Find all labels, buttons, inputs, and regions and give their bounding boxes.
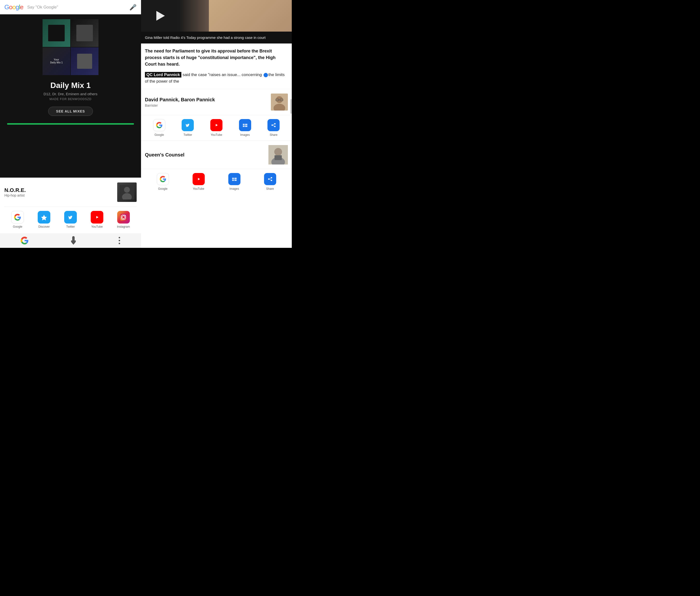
play-button-overlay[interactable] xyxy=(154,10,167,22)
album-grid[interactable]: YourDaily Mix 1 xyxy=(43,19,98,75)
left-panel: Google Say "Ok Google" 🎤 YourDaily Mix 1 xyxy=(0,0,141,248)
bottom-share-svg xyxy=(267,176,273,182)
video-thumbnail[interactable] xyxy=(141,0,292,32)
qc-avatar xyxy=(269,145,288,164)
article-main-text: The need for Parliament to give its appr… xyxy=(145,48,288,68)
svg-rect-24 xyxy=(243,124,244,125)
bottom-images-icon xyxy=(228,173,241,185)
svg-point-13 xyxy=(119,243,120,244)
highlighted-name: QC Lord Pannick xyxy=(145,72,181,78)
nav-google-icon xyxy=(21,237,28,244)
svg-rect-27 xyxy=(245,126,247,127)
search-bar[interactable]: Google Say "Ok Google" 🎤 xyxy=(0,0,141,14)
action-google-label: Google xyxy=(154,133,164,136)
action-row-1: Google Twitter YouTube xyxy=(141,115,292,141)
app-icon-instagram[interactable]: Instagram xyxy=(110,211,136,228)
svg-point-30 xyxy=(274,126,276,127)
svg-rect-37 xyxy=(275,155,282,160)
qc-title: Queen's Counsel xyxy=(145,152,184,158)
app-icon-youtube[interactable]: YouTube xyxy=(84,211,110,228)
nav-more[interactable] xyxy=(118,237,120,244)
bottom-action-images[interactable]: Images xyxy=(228,173,241,190)
action-twitter[interactable]: Twitter xyxy=(182,119,194,136)
app-icons-row: Google Discover Twitte xyxy=(4,211,136,228)
article-quote: QC Lord Pannick said the case "raises an… xyxy=(145,72,288,84)
app-icon-twitter[interactable]: Twitter xyxy=(57,211,84,228)
svg-point-15 xyxy=(276,96,283,103)
person-name: David Pannick, Baron Pannick xyxy=(145,97,215,103)
instagram-label: Instagram xyxy=(117,225,130,228)
action-images-label: Images xyxy=(240,133,250,136)
svg-point-1 xyxy=(124,187,130,193)
bottom-youtube-icon xyxy=(193,173,205,185)
youtube-icon-circle xyxy=(91,211,103,224)
action-share[interactable]: Share xyxy=(268,119,280,136)
svg-rect-28 xyxy=(270,122,277,128)
nav-touch-icon xyxy=(70,236,77,245)
svg-point-11 xyxy=(119,237,120,238)
person-card: David Pannick, Baron Pannick Barrister xyxy=(141,89,292,115)
discover-icon xyxy=(41,214,47,221)
google-icon xyxy=(14,214,21,221)
google-logo: Google xyxy=(4,3,23,11)
action-images-icon xyxy=(239,119,251,131)
action-images[interactable]: Images xyxy=(239,119,251,136)
app-icon-google[interactable]: Google xyxy=(4,211,31,228)
google-icon-circle xyxy=(11,211,24,224)
bottom-action-row: Google YouTube Images xyxy=(141,169,292,195)
youtube-icon xyxy=(94,214,100,221)
app-icon-discover[interactable]: Discover xyxy=(31,211,57,228)
action-google[interactable]: Google xyxy=(153,119,165,136)
discover-label: Discover xyxy=(39,225,50,228)
nav-touch[interactable] xyxy=(70,236,77,245)
artist-avatar-img xyxy=(117,182,136,202)
images-action-icon xyxy=(242,122,248,128)
youtube-action-icon xyxy=(213,122,220,128)
svg-point-47 xyxy=(271,180,272,181)
svg-point-31 xyxy=(272,125,273,126)
see-all-mixes-button[interactable]: SEE ALL MIXES xyxy=(48,107,93,116)
person-role: Barrister xyxy=(145,104,215,107)
video-caption-text: Gina Miller told Radio 4's Today program… xyxy=(145,35,266,40)
article-continued-text: said the case "raises an issue... concer… xyxy=(181,72,263,77)
action-youtube-icon xyxy=(210,119,223,131)
bottom-action-google[interactable]: Google xyxy=(157,173,169,190)
artist-role: Hip-hop artist xyxy=(4,193,26,197)
bottom-action-youtube[interactable]: YouTube xyxy=(193,173,205,190)
nav-google[interactable] xyxy=(21,237,28,244)
svg-rect-26 xyxy=(243,126,244,127)
bottom-share-label: Share xyxy=(266,187,274,190)
avatar-svg xyxy=(120,185,134,200)
svg-rect-43 xyxy=(232,180,234,181)
artist-name: N.O.R.E. xyxy=(4,187,26,193)
bottom-google-icon xyxy=(157,173,169,185)
instagram-icon-circle xyxy=(117,211,130,224)
svg-rect-23 xyxy=(242,122,248,128)
mic-icon[interactable]: 🎤 xyxy=(129,4,136,11)
svg-rect-45 xyxy=(267,176,273,182)
progress-bar xyxy=(7,123,134,125)
album-cell-1 xyxy=(43,19,70,47)
search-placeholder[interactable]: Say "Ok Google" xyxy=(27,5,125,10)
svg-point-35 xyxy=(274,148,282,156)
scroll-indicator[interactable] xyxy=(290,99,292,114)
bottom-share-icon xyxy=(264,173,276,185)
nav-more-icon xyxy=(118,237,120,244)
nore-info: N.O.R.E. Hip-hop artist xyxy=(4,182,136,202)
person-avatar-svg xyxy=(271,94,288,110)
action-twitter-label: Twitter xyxy=(183,133,192,136)
action-youtube[interactable]: YouTube xyxy=(210,119,223,136)
svg-rect-41 xyxy=(232,178,234,179)
svg-point-12 xyxy=(119,240,120,241)
google-action-icon xyxy=(156,122,162,128)
qc-section: Queen's Counsel xyxy=(141,141,292,169)
svg-point-29 xyxy=(274,123,276,125)
svg-point-48 xyxy=(268,179,269,180)
action-google-icon xyxy=(153,119,165,131)
svg-rect-42 xyxy=(234,178,236,179)
nore-text: N.O.R.E. Hip-hop artist xyxy=(4,187,26,197)
person-info: David Pannick, Baron Pannick Barrister xyxy=(145,97,215,107)
nore-card: N.O.R.E. Hip-hop artist xyxy=(0,178,141,233)
bottom-action-share[interactable]: Share xyxy=(264,173,276,190)
action-youtube-label: YouTube xyxy=(210,133,222,136)
